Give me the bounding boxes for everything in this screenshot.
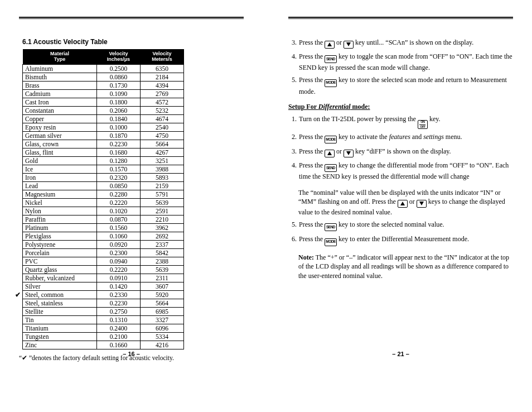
table-row: Quartz glass0.22205639	[23, 266, 184, 274]
diff-subheading: Setup For Differential mode:	[288, 103, 513, 111]
table-row: Cast Iron0.18004572	[23, 98, 184, 106]
table-row: Copper0.18404674	[23, 114, 184, 123]
table-row: Nylon0.10202591	[23, 207, 184, 215]
table-row: Platinum0.15603962	[23, 223, 184, 232]
table-row: Bismuth0.08602184	[23, 73, 184, 81]
table-row: Cadmium0.10902769	[23, 89, 184, 98]
list-item: Press the SEND key to store the selected…	[298, 220, 513, 231]
send-key-icon: SEND	[325, 55, 337, 63]
page-number-right: – 21 –	[288, 351, 513, 357]
table-row: Silver0.14203607	[23, 282, 184, 291]
table-row: German silver0.18704750	[23, 131, 184, 140]
list-item: Press the MODE key to enter the Differen…	[298, 234, 513, 246]
nominal-note: The “nominal” value will then be display…	[298, 188, 513, 217]
diff-steps-cont: Press the SEND key to store the selected…	[291, 220, 513, 246]
page-number-left: – 16 –	[19, 351, 244, 357]
rule-top-right	[288, 17, 513, 19]
up-arrow-icon	[325, 150, 335, 157]
on-off-key-icon: ONOFF	[418, 120, 428, 129]
th-vel-in: VelocityInches/µs	[96, 49, 140, 64]
table-row: Paraffin0.08702210	[23, 215, 184, 223]
down-arrow-icon	[344, 41, 354, 49]
table-row: Ice0.15703988	[23, 165, 184, 173]
list-item: Press the MODE key to store the selected…	[298, 75, 513, 96]
table-row: Epoxy resin0.10002540	[23, 123, 184, 131]
table-row: Nickel0.22205639	[23, 198, 184, 207]
table-row: Rubber, vulcanized0.09102311	[23, 274, 184, 282]
list-item: Press the SEND key to toggle the scan mo…	[298, 52, 513, 73]
table-row: Porcelain0.23005842	[23, 249, 184, 257]
list-item: Press the SEND key to change the differe…	[298, 161, 513, 181]
down-arrow-icon	[344, 150, 354, 157]
mode-key-icon: MODE	[325, 136, 337, 143]
table-row: PVC0.09402388	[23, 257, 184, 266]
table-row: Plexiglass0.10602692	[23, 232, 184, 241]
table-row: Polystyrene0.09202337	[23, 241, 184, 249]
list-item: Press the MODE key to activate the featu…	[298, 132, 513, 143]
check-icon: ✔	[15, 291, 21, 299]
send-key-icon: SEND	[325, 164, 337, 172]
left-page: 6.1 Acoustic Velocity Table MaterialType…	[19, 17, 244, 362]
list-item: Turn on the TI-25DL power by pressing th…	[298, 114, 513, 129]
note-block: Note: The “+” or “–” indicator will appe…	[298, 253, 513, 281]
mode-key-icon: MODE	[325, 79, 337, 87]
table-row: Titanium0.24006096	[23, 324, 184, 333]
send-key-icon: SEND	[325, 223, 337, 231]
table-row: Tin0.13103327	[23, 316, 184, 324]
table-row: Steel, stainless0.22305664	[23, 299, 184, 308]
list-item: Press the or key “diFF” is shown on the …	[298, 147, 513, 157]
table-row: Iron0.23205893	[23, 173, 184, 181]
table-row: Aluminum0.25006350	[23, 64, 184, 73]
up-arrow-icon	[398, 200, 408, 208]
table-row: Stellite0.27506985	[23, 308, 184, 316]
list-item: Press the or key until... “SCAn” is show…	[298, 38, 513, 49]
down-arrow-icon	[417, 200, 427, 208]
up-arrow-icon	[325, 41, 335, 49]
table-row: Lead0.08502159	[23, 181, 184, 190]
table-row: Glass, crown0.22305664	[23, 140, 184, 148]
table-row: Tungsten0.21005334	[23, 333, 184, 341]
table-row: Zinc0.16604216	[23, 341, 184, 349]
th-vel-ms: VelocityMeters/s	[140, 49, 183, 64]
table-row: Steel, common✔0.23305920	[23, 291, 184, 299]
section-title: 6.1 Acoustic Velocity Table	[22, 38, 244, 46]
scan-steps: Press the or key until... “SCAn” is show…	[291, 38, 513, 96]
mode-key-icon: MODE	[325, 238, 337, 246]
table-row: Glass, flint0.16804267	[23, 148, 184, 156]
right-page: Press the or key until... “SCAn” is show…	[288, 17, 513, 362]
th-material: MaterialType	[23, 49, 97, 64]
table-row: Brass0.17304394	[23, 81, 184, 89]
table-row: Constantan0.20605232	[23, 106, 184, 114]
rule-top-left	[19, 17, 244, 19]
table-row: Magnesium0.22805791	[23, 190, 184, 198]
table-row: Gold0.12803251	[23, 156, 184, 165]
diff-steps: Turn on the TI-25DL power by pressing th…	[291, 114, 513, 181]
velocity-table: MaterialType VelocityInches/µs VelocityM…	[22, 49, 184, 349]
